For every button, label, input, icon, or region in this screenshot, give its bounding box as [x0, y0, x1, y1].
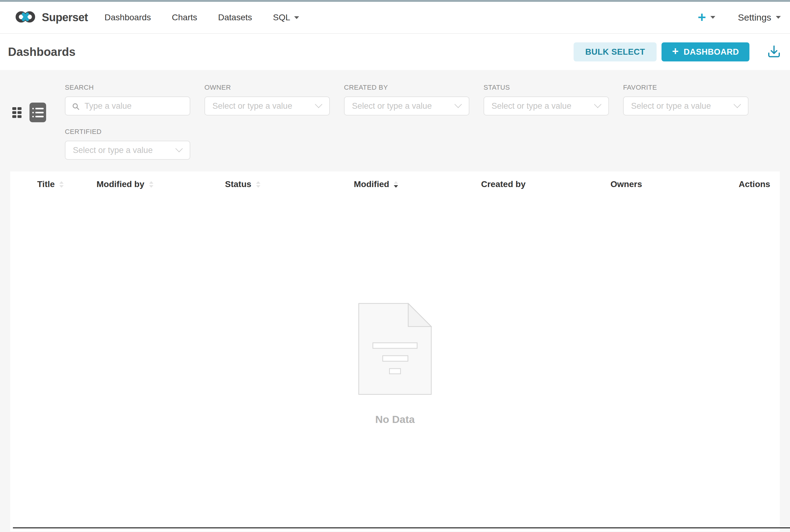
- list-view-button[interactable]: [30, 102, 46, 122]
- filter-label: OWNER: [204, 83, 330, 92]
- search-icon: [72, 102, 80, 112]
- navbar-right: + Settings: [698, 11, 781, 24]
- select-placeholder: Select or type a value: [345, 101, 456, 111]
- infinity-logo-icon: [14, 10, 38, 25]
- chevron-down-icon: [294, 16, 299, 19]
- filters-row-1: SEARCH OWNER Select or type a value: [65, 83, 781, 115]
- settings-label: Settings: [738, 12, 771, 23]
- filters-row-2: CERTIFIED Select or type a value: [65, 128, 781, 160]
- certified-select[interactable]: Select or type a value: [65, 141, 190, 160]
- select-placeholder: Select or type a value: [66, 146, 177, 155]
- select-placeholder: Select or type a value: [205, 101, 316, 111]
- favorite-select[interactable]: Select or type a value: [623, 96, 749, 115]
- superset-logo[interactable]: Superset: [14, 10, 88, 25]
- page-actions: BULK SELECT + DASHBOARD: [574, 42, 782, 61]
- list-icon: [32, 108, 46, 109]
- search-input[interactable]: [66, 97, 190, 115]
- chevron-down-icon: [594, 100, 601, 108]
- plus-icon: +: [672, 46, 679, 58]
- empty-document-icon: [358, 303, 432, 396]
- column-header-owners: Owners: [610, 179, 739, 189]
- chevron-down-icon: [710, 16, 715, 19]
- status-select[interactable]: Select or type a value: [483, 96, 609, 115]
- created-by-select[interactable]: Select or type a value: [344, 96, 470, 115]
- chevron-down-icon: [175, 145, 183, 152]
- bulk-select-button[interactable]: BULK SELECT: [574, 42, 657, 61]
- grid-icon: [12, 107, 16, 110]
- filter-status: STATUS Select or type a value: [483, 83, 609, 115]
- sort-icon[interactable]: [149, 181, 153, 188]
- filter-label: SEARCH: [65, 83, 190, 92]
- filter-label: CERTIFIED: [65, 128, 190, 136]
- bottom-edge-line: [13, 527, 790, 528]
- new-dashboard-button[interactable]: + DASHBOARD: [662, 42, 749, 61]
- filter-search: SEARCH: [65, 83, 190, 115]
- nav-item-dashboards[interactable]: Dashboards: [105, 13, 151, 22]
- filter-certified: CERTIFIED Select or type a value: [65, 128, 190, 160]
- table-header-row: Title Modified by Status Modified Create…: [10, 171, 780, 197]
- select-placeholder: Select or type a value: [624, 101, 735, 111]
- column-header-actions: Actions: [739, 179, 780, 189]
- new-item-menu-button[interactable]: +: [698, 11, 715, 24]
- chevron-down-icon: [315, 100, 322, 108]
- filter-label: FAVORITE: [623, 83, 749, 92]
- chevron-down-icon: [733, 100, 741, 108]
- chevron-down-icon: [454, 100, 462, 108]
- sort-desc-icon[interactable]: [394, 181, 398, 188]
- column-header-created-by: Created by: [481, 179, 610, 189]
- view-mode-toggle: [12, 102, 46, 122]
- filter-label: STATUS: [483, 83, 609, 92]
- filter-owner: OWNER Select or type a value: [204, 83, 330, 115]
- nav-item-sql[interactable]: SQL: [273, 13, 299, 22]
- card-view-button[interactable]: [12, 107, 21, 118]
- sort-icon[interactable]: [256, 181, 260, 188]
- empty-state: No Data: [10, 303, 780, 425]
- filters-bar: SEARCH OWNER Select or type a value: [0, 70, 790, 160]
- search-field: [65, 96, 190, 115]
- page-header: Dashboards BULK SELECT + DASHBOARD: [0, 34, 790, 70]
- import-dashboards-button[interactable]: [767, 44, 782, 60]
- column-header-title[interactable]: Title: [37, 179, 96, 189]
- filter-favorite: FAVORITE Select or type a value: [623, 83, 749, 115]
- column-header-modified[interactable]: Modified: [354, 179, 481, 189]
- dashboards-table-card: Title Modified by Status Modified Create…: [10, 171, 780, 531]
- sort-icon[interactable]: [59, 181, 63, 188]
- nav-item-datasets[interactable]: Datasets: [218, 13, 252, 22]
- main-nav: Dashboards Charts Datasets SQL: [105, 13, 299, 22]
- owner-select[interactable]: Select or type a value: [204, 96, 330, 115]
- filter-created-by: CREATED BY Select or type a value: [344, 83, 470, 115]
- chevron-down-icon: [776, 16, 781, 19]
- column-header-modified-by[interactable]: Modified by: [96, 179, 225, 189]
- filter-label: CREATED BY: [344, 83, 470, 92]
- no-data-message: No Data: [375, 414, 415, 425]
- plus-icon: +: [698, 11, 706, 24]
- brand-name: Superset: [42, 11, 88, 24]
- download-icon: [767, 44, 782, 60]
- settings-menu[interactable]: Settings: [738, 12, 781, 23]
- select-placeholder: Select or type a value: [484, 101, 595, 111]
- page-title: Dashboards: [8, 45, 76, 59]
- column-header-status[interactable]: Status: [225, 179, 354, 189]
- navbar: Superset Dashboards Charts Datasets SQL …: [0, 2, 790, 34]
- new-dashboard-label: DASHBOARD: [684, 47, 739, 57]
- content-area: SEARCH OWNER Select or type a value: [0, 70, 790, 531]
- nav-item-charts[interactable]: Charts: [172, 13, 197, 22]
